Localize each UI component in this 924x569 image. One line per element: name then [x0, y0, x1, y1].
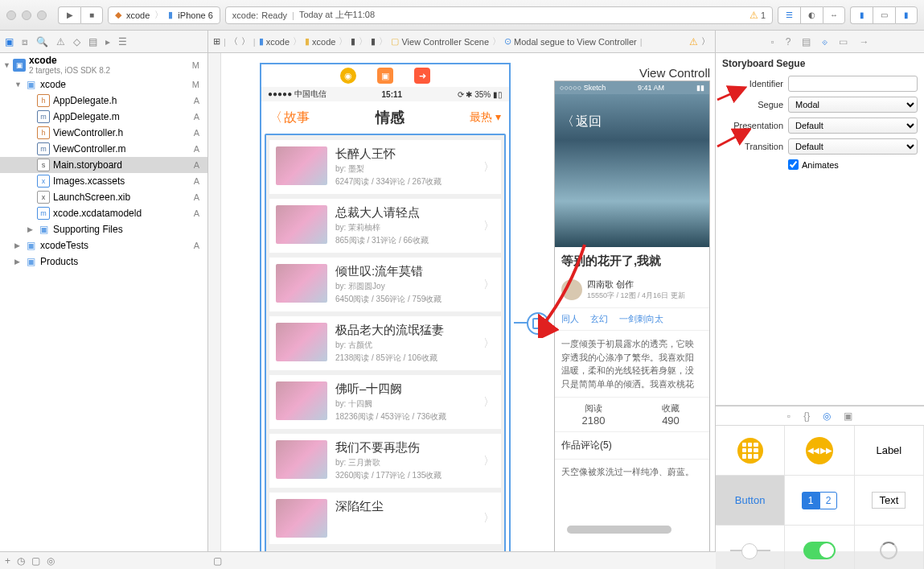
crumb-scene[interactable]: View Controller Scene	[401, 37, 489, 47]
stop-button[interactable]: ■	[80, 6, 103, 24]
navigator-row[interactable]: ▶▣Supporting Files	[0, 221, 207, 237]
code-snippet-library-tab[interactable]: {}	[803, 410, 810, 422]
jump-bar[interactable]: ⊞ | 〈 〉 | ▮xcode〉 ▮xcode〉 ▮〉 ▮〉 ▢View Co…	[208, 31, 716, 52]
library-item-switch[interactable]	[785, 526, 854, 569]
run-button[interactable]: ▶	[58, 6, 80, 24]
animates-checkbox[interactable]	[788, 159, 799, 170]
file-template-library-tab[interactable]: ▫	[787, 410, 791, 422]
jump-bar-warning-icon[interactable]: ⚠	[689, 36, 698, 47]
library-item-segmented[interactable]: 12	[785, 476, 854, 526]
library-item-playback[interactable]: ◀◀ ▶▶	[785, 426, 854, 476]
storyboard-editor[interactable]: ◉ ▣ ➜ ●●●●● 中国电信 15:11 ⟳ ✱ 35% ▮▯ 〈故事 情感…	[208, 53, 716, 551]
table-cell[interactable]: 我们不要再悲伤by: 三月萧歌3260阅读 / 177评论 / 135收藏〉	[269, 434, 501, 488]
modal-segue-node[interactable]	[527, 312, 549, 335]
identity-inspector-tab[interactable]: ▤	[802, 36, 811, 47]
document-outline-toggle-icon[interactable]: ▢	[213, 555, 222, 567]
project-root-row[interactable]: ▼ ▣ xcode 2 targets, iOS SDK 8.2 M	[0, 53, 207, 76]
table-cell[interactable]: 极品老大的流氓猛妻by: 古颜优2138阅读 / 85评论 / 106收藏〉	[269, 316, 501, 370]
library-item-spinner[interactable]	[855, 526, 924, 569]
debug-navigator-tab[interactable]: ▤	[88, 36, 97, 47]
back-button[interactable]: 〈故事	[269, 109, 310, 126]
filter-scm-icon[interactable]: ▢	[31, 555, 40, 567]
view-controller-1[interactable]: ◉ ▣ ➜ ●●●●● 中国电信 15:11 ⟳ ✱ 35% ▮▯ 〈故事 情感…	[260, 63, 511, 551]
table-cell[interactable]: 总裁大人请轻点by: 茉莉柚梓865阅读 / 31评论 / 66收藏〉	[269, 199, 501, 253]
crumb-project[interactable]: xcode	[266, 37, 290, 47]
media-library-tab[interactable]: ▣	[844, 410, 852, 422]
object-library-tab[interactable]: ◎	[823, 410, 831, 422]
close-window-icon[interactable]	[6, 10, 16, 20]
navigator-row[interactable]: hAppDelegate.hA	[0, 93, 207, 109]
tag-item[interactable]: 玄幻	[590, 313, 608, 325]
presentation-select[interactable]: Default	[788, 118, 918, 134]
back-button-2[interactable]: 〈返回	[561, 113, 602, 130]
identifier-field[interactable]	[788, 76, 918, 92]
file-inspector-tab[interactable]: ▫	[771, 36, 774, 47]
storyboard-canvas[interactable]: ◉ ▣ ➜ ●●●●● 中国电信 15:11 ⟳ ✱ 35% ▮▯ 〈故事 情感…	[221, 53, 715, 551]
status-time: Today at 上午11:08	[299, 9, 375, 21]
issue-navigator-tab[interactable]: ⚠	[56, 36, 65, 47]
minimize-window-icon[interactable]	[22, 10, 31, 20]
filter-icon[interactable]: ◎	[47, 555, 55, 567]
tag-item[interactable]: 一剑刺向太	[619, 313, 663, 325]
navigator-row[interactable]: ▶▣xcodeTestsA	[0, 237, 207, 254]
breakpoint-navigator-tab[interactable]: ▸	[105, 36, 110, 47]
toggle-debug-button[interactable]: ▭	[873, 6, 895, 24]
scheme-selector[interactable]: ◆ xcode 〉 ▮ iPhone 6	[108, 6, 220, 24]
table-cell[interactable]: 佛听–十四阙by: 十四阙18236阅读 / 453评论 / 736收藏〉	[269, 375, 501, 429]
navigator-row[interactable]: mxcode.xcdatamodeldA	[0, 205, 207, 221]
sort-button[interactable]: 最热 ▾	[470, 110, 501, 125]
toggle-navigator-button[interactable]: ▮	[850, 6, 873, 24]
transition-select[interactable]: Default	[788, 138, 918, 155]
zoom-window-icon[interactable]	[37, 10, 47, 20]
navigator-row[interactable]: ▶▣Products	[0, 254, 207, 270]
warning-badge[interactable]: ⚠ 1	[749, 10, 766, 21]
navigator-row[interactable]: ▼▣xcodeM	[0, 76, 207, 93]
back-history-icon[interactable]: 〈	[229, 35, 238, 47]
navigator-row[interactable]: mAppDelegate.mA	[0, 109, 207, 125]
navigator-row[interactable]: hViewController.hA	[0, 125, 207, 141]
forward-history-icon[interactable]: 〉	[241, 35, 250, 47]
report-navigator-tab[interactable]: ☰	[118, 36, 127, 47]
exit-icon[interactable]: ➜	[414, 68, 430, 84]
toggle-utilities-button[interactable]: ▮	[895, 6, 918, 24]
related-items-icon[interactable]: ⊞	[213, 36, 220, 47]
table-cell[interactable]: 倾世叹:流年莫错by: 邪圆圆Joy6450阅读 / 356评论 / 759收藏…	[269, 258, 501, 311]
segue-select[interactable]: Modal	[788, 97, 918, 113]
version-editor-button[interactable]: ↔	[823, 6, 845, 24]
navigator-row[interactable]: mViewController.mA	[0, 141, 207, 157]
navigator-row[interactable]: sMain.storyboardA	[0, 157, 207, 173]
library-item-label[interactable]: Label	[855, 426, 924, 476]
symbol-navigator-tab[interactable]: ⧈	[22, 36, 28, 47]
library-item-slider[interactable]	[716, 526, 785, 569]
table-cell[interactable]: 深陷红尘〉	[269, 493, 501, 544]
test-navigator-tab[interactable]: ◇	[73, 36, 80, 47]
library-item-picker[interactable]	[716, 426, 785, 476]
standard-editor-button[interactable]: ☰	[778, 6, 800, 24]
table-view[interactable]: 长醉人王怀by: 墨梨6247阅读 / 334评论 / 267收藏〉总裁大人请轻…	[265, 134, 506, 551]
horizontal-scrollbar[interactable]	[567, 526, 671, 534]
tag-item[interactable]: 同人	[561, 313, 579, 325]
cell-stats: 6247阅读 / 334评论 / 267收藏	[335, 176, 441, 188]
connections-inspector-tab[interactable]: →	[859, 36, 869, 47]
crumb-group[interactable]: xcode	[312, 37, 335, 47]
jump-bar-next-icon[interactable]: 〉	[701, 35, 710, 47]
attributes-inspector-tab[interactable]: ⟐	[822, 36, 827, 47]
add-icon[interactable]: +	[5, 555, 10, 567]
crumb-segue[interactable]: Modal segue to View Controller	[514, 37, 637, 47]
view-controller-icon[interactable]: ◉	[340, 68, 356, 84]
library-item-textfield[interactable]: Text	[855, 476, 924, 526]
assistant-editor-button[interactable]: ◐	[800, 6, 823, 24]
library-grid: ◀◀ ▶▶ Label Button 12 Text	[716, 426, 924, 569]
size-inspector-tab[interactable]: ▭	[839, 36, 848, 47]
inspector-section-title: Storyboard Segue	[722, 58, 918, 69]
library-item-button[interactable]: Button	[716, 476, 785, 526]
navigator-row[interactable]: xImages.xcassetsA	[0, 173, 207, 189]
help-inspector-tab[interactable]: ?	[786, 36, 791, 47]
table-cell[interactable]: 长醉人王怀by: 墨梨6247阅读 / 334评论 / 267收藏〉	[269, 140, 501, 194]
find-navigator-tab[interactable]: 🔍	[36, 36, 48, 47]
view-controller-2[interactable]: ○○○○○ Sketch 9:41 AM ▮▮ 〈返回 等别的花开了,我就 四南…	[554, 80, 710, 551]
project-navigator-tab[interactable]: ▣	[5, 36, 14, 47]
filter-recent-icon[interactable]: ◷	[17, 555, 25, 567]
first-responder-icon[interactable]: ▣	[377, 68, 393, 84]
navigator-row[interactable]: xLaunchScreen.xibA	[0, 189, 207, 205]
